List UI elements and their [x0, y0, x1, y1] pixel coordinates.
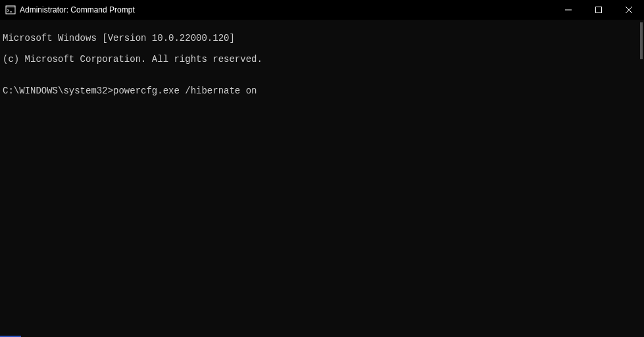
minimize-button[interactable] — [553, 0, 583, 20]
maximize-button[interactable] — [583, 0, 614, 20]
window-controls — [553, 0, 644, 20]
window-title: Administrator: Command Prompt — [20, 5, 553, 14]
close-button[interactable] — [614, 0, 644, 20]
scrollbar-thumb[interactable] — [640, 22, 643, 59]
copyright-line: (c) Microsoft Corporation. All rights re… — [3, 54, 641, 65]
prompt-line: C:\WINDOWS\system32>powercfg.exe /hibern… — [3, 86, 641, 96]
cmd-icon — [5, 5, 16, 15]
svg-rect-4 — [596, 7, 602, 13]
version-line: Microsoft Windows [Version 10.0.22000.12… — [3, 33, 641, 43]
titlebar: Administrator: Command Prompt — [0, 0, 644, 20]
svg-rect-1 — [6, 6, 15, 8]
terminal-output[interactable]: Microsoft Windows [Version 10.0.22000.12… — [0, 20, 644, 337]
entered-command: powercfg.exe /hibernate on — [113, 86, 257, 96]
prompt-path: C:\WINDOWS\system32> — [3, 86, 113, 96]
